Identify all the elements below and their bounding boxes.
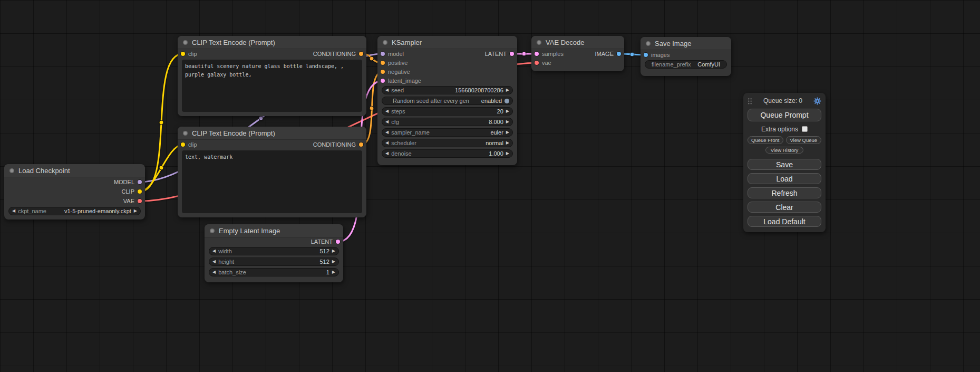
output-slot-latent[interactable]: LATENT bbox=[485, 51, 517, 57]
collapse-dot-icon[interactable] bbox=[537, 40, 541, 45]
node-clip-text-encode-positive[interactable]: CLIP Text Encode (Prompt) clip CONDITION… bbox=[178, 36, 366, 116]
input-slot-vae[interactable]: vae bbox=[531, 60, 551, 66]
output-slot-conditioning[interactable]: CONDITIONING bbox=[313, 51, 366, 57]
slot-dot-conditioning[interactable] bbox=[381, 70, 385, 74]
node-clip-text-encode-negative[interactable]: CLIP Text Encode (Prompt) clip CONDITION… bbox=[178, 127, 366, 217]
widget-increment-icon[interactable] bbox=[506, 109, 509, 113]
node-title-bar[interactable]: Save Image bbox=[641, 37, 731, 50]
widget-increment-icon[interactable] bbox=[506, 141, 509, 145]
widget-decrement-icon[interactable] bbox=[12, 209, 15, 213]
widget-batch-size[interactable]: batch_size 1 bbox=[209, 268, 339, 276]
widget-cfg[interactable]: cfg 8.000 bbox=[382, 118, 513, 126]
output-slot-vae[interactable]: VAE bbox=[123, 198, 145, 204]
toggle-knob-icon[interactable] bbox=[504, 99, 509, 103]
input-slot-positive[interactable]: positive bbox=[377, 60, 407, 66]
input-slot-clip[interactable]: clip bbox=[178, 141, 197, 148]
clear-button[interactable]: Clear bbox=[748, 202, 821, 213]
node-title-bar[interactable]: Load Checkpoint bbox=[4, 164, 145, 177]
widget-decrement-icon[interactable] bbox=[212, 260, 216, 264]
slot-dot-clip[interactable] bbox=[181, 142, 185, 147]
node-vae-decode[interactable]: VAE Decode samples IMAGE vae bbox=[531, 36, 624, 71]
widget-increment-icon[interactable] bbox=[506, 120, 509, 124]
settings-gear-icon[interactable] bbox=[813, 97, 821, 105]
widget-sampler-name[interactable]: sampler_name euler bbox=[382, 128, 513, 137]
node-ksampler[interactable]: KSampler model LATENT positive negative bbox=[377, 36, 517, 165]
view-queue-button[interactable]: View Queue bbox=[786, 136, 822, 144]
widget-increment-icon[interactable] bbox=[506, 130, 509, 135]
widget-increment-icon[interactable] bbox=[506, 88, 509, 92]
input-slot-model[interactable]: model bbox=[377, 51, 404, 57]
widget-height[interactable]: height 512 bbox=[209, 257, 339, 266]
widget-denoise[interactable]: denoise 1.000 bbox=[382, 149, 513, 158]
input-slot-samples[interactable]: samples bbox=[531, 51, 564, 57]
widget-increment-icon[interactable] bbox=[134, 209, 137, 213]
widget-decrement-icon[interactable] bbox=[385, 130, 389, 135]
load-button[interactable]: Load bbox=[748, 173, 821, 184]
input-slot-latent-image[interactable]: latent_image bbox=[377, 78, 421, 84]
widget-decrement-icon[interactable] bbox=[385, 151, 389, 156]
slot-dot-vae[interactable] bbox=[535, 61, 539, 65]
slot-dot-latent[interactable] bbox=[336, 240, 340, 244]
node-save-image[interactable]: Save Image images filename_prefix ComfyU… bbox=[641, 37, 731, 76]
queue-prompt-button[interactable]: Queue Prompt bbox=[748, 109, 821, 121]
node-empty-latent-image[interactable]: Empty Latent Image LATENT width 512 heig… bbox=[205, 224, 343, 282]
widget-ckpt-name[interactable]: ckpt_name v1-5-pruned-emaonly.ckpt bbox=[8, 207, 141, 215]
output-slot-model[interactable]: MODEL bbox=[114, 179, 145, 185]
output-slot-latent[interactable]: LATENT bbox=[311, 239, 343, 245]
widget-decrement-icon[interactable] bbox=[385, 88, 389, 92]
widget-increment-icon[interactable] bbox=[332, 270, 335, 274]
collapse-dot-icon[interactable] bbox=[183, 131, 188, 136]
widget-steps[interactable]: steps 20 bbox=[382, 107, 513, 116]
extra-options-checkbox[interactable] bbox=[802, 126, 808, 132]
node-title-bar[interactable]: VAE Decode bbox=[531, 36, 624, 49]
refresh-button[interactable]: Refresh bbox=[748, 187, 821, 198]
collapse-dot-icon[interactable] bbox=[383, 40, 387, 45]
node-graph-canvas[interactable]: Load Checkpoint MODEL CLIP VAE ckpt_name… bbox=[0, 0, 980, 372]
collapse-dot-icon[interactable] bbox=[646, 41, 651, 46]
widget-decrement-icon[interactable] bbox=[212, 249, 216, 253]
prompt-textarea[interactable]: text, watermark bbox=[182, 150, 362, 213]
drag-handle-icon[interactable] bbox=[748, 98, 752, 104]
input-slot-negative[interactable]: negative bbox=[377, 69, 410, 75]
slot-dot-vae[interactable] bbox=[138, 199, 142, 203]
input-slot-images[interactable]: images bbox=[641, 52, 669, 58]
widget-decrement-icon[interactable] bbox=[385, 120, 389, 124]
slot-dot-clip[interactable] bbox=[138, 189, 142, 194]
widget-increment-icon[interactable] bbox=[506, 151, 509, 156]
slot-dot-clip[interactable] bbox=[181, 52, 185, 56]
slot-dot-model[interactable] bbox=[138, 180, 142, 184]
widget-decrement-icon[interactable] bbox=[385, 141, 389, 145]
load-default-button[interactable]: Load Default bbox=[748, 216, 821, 227]
slot-dot-latent[interactable] bbox=[510, 52, 514, 56]
slot-dot-latent[interactable] bbox=[535, 52, 539, 56]
output-slot-clip[interactable]: CLIP bbox=[122, 188, 145, 195]
slot-dot-conditioning[interactable] bbox=[359, 52, 363, 56]
widget-filename-prefix[interactable]: filename_prefix ComfyUI bbox=[645, 60, 727, 69]
node-title-bar[interactable]: CLIP Text Encode (Prompt) bbox=[178, 127, 366, 140]
widget-increment-icon[interactable] bbox=[332, 260, 335, 264]
node-title-bar[interactable]: KSampler bbox=[377, 36, 517, 49]
collapse-dot-icon[interactable] bbox=[210, 228, 215, 233]
widget-random-seed-toggle[interactable]: Random seed after every gen enabled bbox=[382, 97, 513, 105]
slot-dot-conditioning[interactable] bbox=[359, 142, 363, 147]
slot-dot-model[interactable] bbox=[381, 52, 385, 56]
widget-decrement-icon[interactable] bbox=[212, 270, 216, 274]
prompt-textarea[interactable]: beautiful scenery nature glass bottle la… bbox=[182, 60, 362, 112]
node-title-bar[interactable]: Empty Latent Image bbox=[205, 224, 343, 237]
output-slot-conditioning[interactable]: CONDITIONING bbox=[313, 141, 366, 148]
save-button[interactable]: Save bbox=[748, 159, 821, 170]
widget-scheduler[interactable]: scheduler normal bbox=[382, 139, 513, 147]
widget-seed[interactable]: seed 156680208700286 bbox=[382, 86, 513, 94]
output-slot-image[interactable]: IMAGE bbox=[595, 51, 624, 57]
slot-dot-image[interactable] bbox=[617, 52, 621, 56]
collapse-dot-icon[interactable] bbox=[183, 40, 188, 45]
slot-dot-latent[interactable] bbox=[381, 79, 385, 83]
widget-width[interactable]: width 512 bbox=[209, 247, 339, 255]
widget-decrement-icon[interactable] bbox=[385, 109, 389, 113]
slot-dot-conditioning[interactable] bbox=[381, 61, 385, 65]
slot-dot-image[interactable] bbox=[644, 53, 648, 57]
input-slot-clip[interactable]: clip bbox=[178, 51, 197, 57]
node-title-bar[interactable]: CLIP Text Encode (Prompt) bbox=[178, 36, 366, 49]
view-history-button[interactable]: View History bbox=[765, 147, 803, 154]
queue-front-button[interactable]: Queue Front bbox=[748, 136, 783, 144]
